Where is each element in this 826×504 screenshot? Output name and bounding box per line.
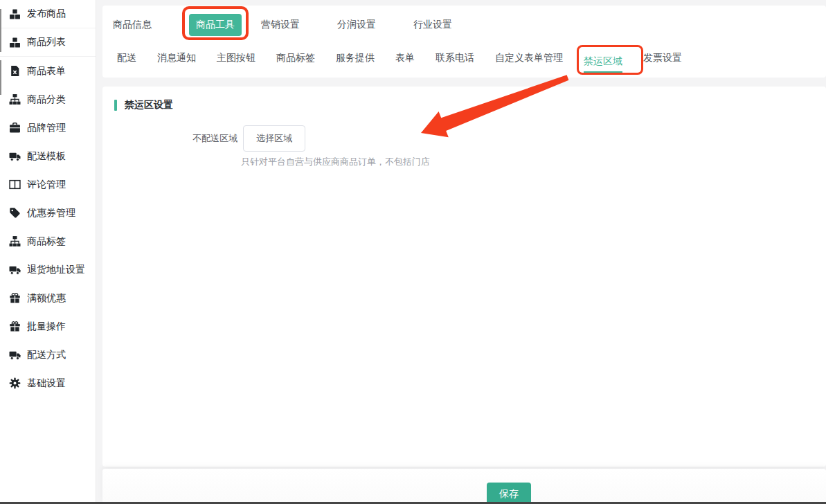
left-edge-scrollbar-segment xyxy=(0,9,1,52)
sitemap-icon xyxy=(9,93,21,105)
tab-main-image-button[interactable]: 主图按钮 xyxy=(217,52,255,71)
sidebar-item-full-amount-discount[interactable]: 满额优惠 xyxy=(0,284,96,312)
truck-icon xyxy=(9,349,21,361)
tab-invoice-settings[interactable]: 发票设置 xyxy=(643,52,682,71)
tab-embargo-region-wrap: 禁运区域 xyxy=(584,55,622,68)
tab-contact-phone[interactable]: 联系电话 xyxy=(436,52,474,71)
columns-icon xyxy=(9,179,21,190)
sidebar-item-label: 商品标签 xyxy=(27,235,66,248)
footer-bar xyxy=(102,469,826,502)
primary-tabs: 商品信息 商品工具 营销设置 分润设置 行业设置 xyxy=(102,6,826,44)
tab-industry-settings[interactable]: 行业设置 xyxy=(413,19,452,31)
sidebar-item-review-management[interactable]: 评论管理 xyxy=(0,170,96,199)
cubes-icon xyxy=(9,37,21,48)
sidebar-item-product-tags[interactable]: 商品标签 xyxy=(0,227,96,255)
embargo-settings-panel: 禁运区设置 不配送区域 选择区域 只针对平台自营与供应商商品订单，不包括门店 xyxy=(102,87,826,467)
sidebar-item-return-address-settings[interactable]: 退货地址设置 xyxy=(0,255,96,284)
tab-marketing-settings[interactable]: 营销设置 xyxy=(261,19,300,31)
tab-product-tags[interactable]: 商品标签 xyxy=(276,52,315,71)
section-title: 禁运区设置 xyxy=(125,99,173,111)
truck-icon xyxy=(9,264,21,276)
tab-service-provision[interactable]: 服务提供 xyxy=(336,52,375,71)
tab-product-info[interactable]: 商品信息 xyxy=(113,19,152,31)
tab-message-notification[interactable]: 消息通知 xyxy=(157,52,196,71)
save-button[interactable]: 保存 xyxy=(487,483,531,504)
tab-product-tools-wrap: 商品工具 xyxy=(189,14,242,36)
tab-product-tools[interactable]: 商品工具 xyxy=(189,14,242,36)
sidebar-item-product-list[interactable]: 商品列表 xyxy=(0,28,96,57)
tab-custom-form-management[interactable]: 自定义表单管理 xyxy=(495,52,563,71)
sidebar-item-label: 基础设置 xyxy=(27,377,66,390)
truck-icon xyxy=(9,150,21,162)
no-delivery-region-label: 不配送区域 xyxy=(192,127,237,150)
sidebar-item-label: 品牌管理 xyxy=(27,122,66,134)
tabs-card: 商品信息 商品工具 营销设置 分润设置 行业设置 配送 消息通知 主图按钮 商品… xyxy=(102,6,826,78)
sidebar-item-label: 发布商品 xyxy=(27,8,66,20)
sidebar-item-basic-settings[interactable]: 基础设置 xyxy=(0,369,96,397)
sidebar-item-label: 满额优惠 xyxy=(27,292,66,305)
sidebar-item-product-form[interactable]: 商品表单 xyxy=(0,57,96,85)
sidebar-item-label: 配送模板 xyxy=(27,150,66,163)
sidebar-item-publish-product[interactable]: 发布商品 xyxy=(0,0,96,28)
sidebar-item-label: 批量操作 xyxy=(27,321,66,333)
tag-icon xyxy=(9,207,21,219)
section-accent-bar xyxy=(114,100,117,111)
secondary-tabs: 配送 消息通知 主图按钮 商品标签 服务提供 表单 联系电话 自定义表单管理 禁… xyxy=(102,44,826,78)
left-edge-scrollbar-segment xyxy=(0,60,1,95)
sidebar-item-label: 优惠券管理 xyxy=(27,207,75,219)
section-header: 禁运区设置 xyxy=(114,99,173,111)
sidebar-item-label: 评论管理 xyxy=(27,179,66,191)
sidebar-item-label: 退货地址设置 xyxy=(27,264,85,276)
sidebar-item-delivery-method[interactable]: 配送方式 xyxy=(0,341,96,369)
sidebar: 发布商品 商品列表 商品表单 商品分类 品牌管理 配送模板 评论管理 优惠券管 xyxy=(0,0,96,502)
sidebar-item-label: 商品分类 xyxy=(27,93,66,106)
gift-icon xyxy=(9,292,21,304)
sidebar-item-brand-management[interactable]: 品牌管理 xyxy=(0,114,96,142)
cubes-icon xyxy=(9,8,21,20)
gear-icon xyxy=(9,377,21,389)
gift-icon xyxy=(9,321,21,332)
sitemap-icon xyxy=(9,235,21,247)
briefcase-icon xyxy=(9,122,21,134)
sidebar-item-label: 商品列表 xyxy=(27,36,66,48)
sidebar-item-batch-operations[interactable]: 批量操作 xyxy=(0,312,96,341)
select-region-button[interactable]: 选择区域 xyxy=(243,125,305,152)
helper-text: 只针对平台自营与供应商商品订单，不包括门店 xyxy=(241,156,430,168)
sidebar-item-label: 配送方式 xyxy=(27,349,66,361)
sidebar-item-delivery-template[interactable]: 配送模板 xyxy=(0,142,96,170)
page: 发布商品 商品列表 商品表单 商品分类 品牌管理 配送模板 评论管理 优惠券管 xyxy=(0,0,826,504)
sidebar-item-coupon-management[interactable]: 优惠券管理 xyxy=(0,199,96,227)
sidebar-item-label: 商品表单 xyxy=(27,65,66,78)
sidebar-item-product-category[interactable]: 商品分类 xyxy=(0,85,96,114)
tab-delivery[interactable]: 配送 xyxy=(117,52,136,71)
no-delivery-region-row: 不配送区域 选择区域 xyxy=(192,125,305,152)
tab-embargo-region[interactable]: 禁运区域 xyxy=(584,55,622,73)
file-excel-icon xyxy=(9,65,21,77)
tab-profit-share-settings[interactable]: 分润设置 xyxy=(337,19,376,31)
tab-form[interactable]: 表单 xyxy=(395,52,415,71)
